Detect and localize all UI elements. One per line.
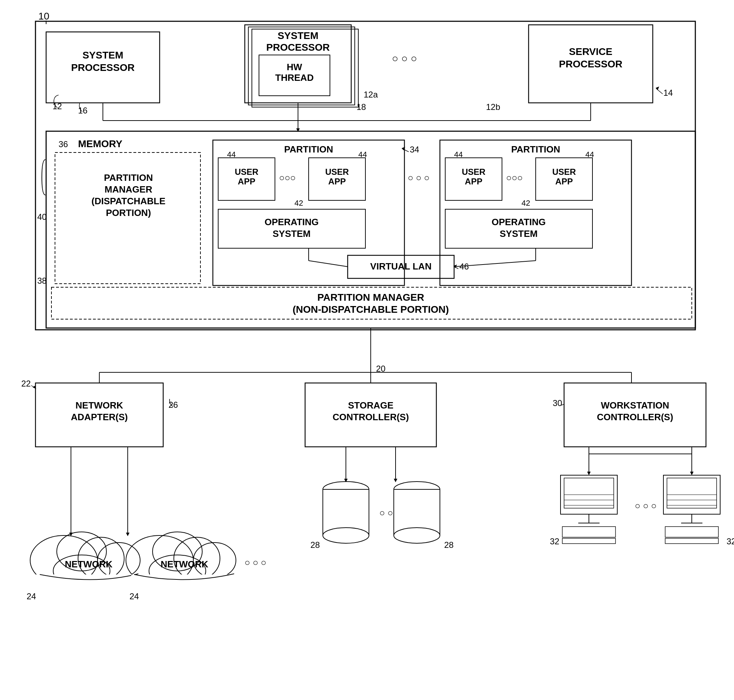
service-proc-label: SERVICE (569, 46, 612, 57)
svg-rect-87 (562, 538, 616, 544)
ref-40: 40 (37, 212, 47, 222)
pm-disp-label3: (DISPATCHABLE (91, 196, 165, 206)
pm-disp-label4: PORTION) (106, 207, 151, 218)
ref-34: 34 (410, 145, 419, 154)
svg-marker-100 (690, 472, 694, 475)
ref-44c: 44 (454, 150, 463, 159)
workstation-left (560, 475, 617, 544)
pm-disp-label1: PARTITION (104, 172, 153, 183)
ref-14: 14 (663, 88, 673, 97)
ref-20: 20 (376, 364, 386, 374)
svg-marker-78 (394, 479, 397, 482)
pm-disp-label2: MANAGER (105, 184, 153, 195)
network-adapter-label1: NETWORK (75, 400, 124, 411)
ws-ctrl-label2: CONTROLLER(S) (597, 412, 673, 422)
workstation-right (663, 475, 720, 544)
ref-32b: 32 (727, 537, 734, 546)
ref-18: 18 (357, 102, 366, 112)
svg-point-49 (78, 537, 124, 580)
ref-10-label: 10 (38, 11, 49, 22)
ref-32a: 32 (550, 537, 559, 546)
pm-nondisp-label2: (NON-DISPATCHABLE PORTION) (293, 304, 449, 315)
svg-rect-96 (665, 538, 718, 544)
system-processor-left-label: SYSTEM (82, 50, 123, 61)
ref-24b: 24 (130, 591, 139, 601)
user-app-4-label: USER (552, 167, 576, 176)
ref-44d: 44 (585, 150, 594, 159)
sys-proc-center-label: SYSTEM (277, 30, 318, 41)
system-processor-left-label2: PROCESSOR (71, 62, 135, 73)
dots-left-part: ○○○ (279, 172, 296, 183)
svg-marker-64 (126, 532, 130, 536)
ws-ctrl-label1: WORKSTATION (601, 400, 669, 411)
network-cloud-left: NETWORK (30, 532, 142, 589)
user-app-3-label2: APP (465, 176, 482, 186)
svg-point-72 (394, 528, 440, 543)
partition-left-label: PARTITION (284, 144, 333, 154)
ref-30: 30 (553, 398, 562, 408)
storage-ctrl-label1: STORAGE (348, 400, 394, 411)
svg-marker-9 (656, 87, 659, 90)
dots-clouds: ○ ○ ○ (245, 557, 267, 568)
ref-28b: 28 (444, 540, 454, 550)
user-app-2-label: USER (325, 167, 349, 176)
ref-24a: 24 (27, 591, 36, 601)
user-app-3-label: USER (462, 167, 486, 176)
dots-top: ○ ○ ○ (392, 53, 417, 64)
svg-rect-86 (562, 526, 616, 537)
ref-42b: 42 (522, 199, 530, 207)
user-app-1-label: USER (235, 167, 259, 176)
svg-rect-89 (667, 478, 716, 508)
diagram-container: 10 SYSTEM PROCESSOR 12 16 SYSTEM PROCESS… (0, 0, 734, 700)
ref-12b: 12b (486, 102, 500, 112)
ref-12a: 12a (364, 90, 378, 99)
ref-42a: 42 (295, 199, 303, 207)
dots-workstations: ○ ○ ○ (635, 500, 657, 511)
network-left-label: NETWORK (65, 559, 113, 569)
memory-label: MEMORY (78, 138, 122, 149)
os-right-label1: OPERATING (492, 217, 546, 227)
os-left-label2: SYSTEM (273, 228, 311, 239)
service-proc-label2: PROCESSOR (559, 59, 623, 69)
pm-nondisp-label1: PARTITION MANAGER (317, 292, 424, 303)
hw-thread-label2: THREAD (275, 72, 314, 83)
partition-right-label: PARTITION (511, 144, 560, 154)
svg-line-32 (309, 261, 348, 267)
storage-cylinder-left (323, 482, 369, 543)
ref-28a: 28 (310, 540, 320, 550)
storage-cylinder-right (394, 482, 440, 543)
network-right-label: NETWORK (161, 559, 209, 569)
virtual-lan-label: VIRTUAL LAN (370, 261, 432, 272)
os-right-label2: SYSTEM (500, 228, 538, 239)
dots-between-parts: ○ ○ ○ (408, 172, 430, 183)
hw-thread-label: HW (287, 62, 302, 72)
ref-44b: 44 (358, 150, 367, 159)
svg-rect-95 (665, 526, 718, 537)
storage-ctrl-label2: CONTROLLER(S) (332, 412, 409, 422)
user-app-2-label2: APP (328, 176, 346, 186)
svg-point-55 (174, 537, 220, 580)
dots-right-part: ○○○ (506, 172, 523, 183)
user-app-4-label2: APP (555, 176, 573, 186)
svg-marker-98 (587, 472, 591, 475)
user-app-1-label2: APP (238, 176, 255, 186)
ref-38: 38 (37, 276, 47, 285)
ref-44a: 44 (227, 150, 236, 159)
network-adapter-label2: ADAPTER(S) (71, 412, 128, 422)
ref-22: 22 (21, 379, 31, 388)
network-cloud-right: NETWORK (126, 532, 238, 589)
os-left-label1: OPERATING (265, 217, 319, 227)
svg-rect-80 (564, 478, 614, 508)
svg-point-67 (323, 528, 369, 543)
ref-36: 36 (59, 139, 68, 149)
ref-26: 26 (168, 400, 178, 410)
sys-proc-center-label2: PROCESSOR (267, 42, 330, 53)
